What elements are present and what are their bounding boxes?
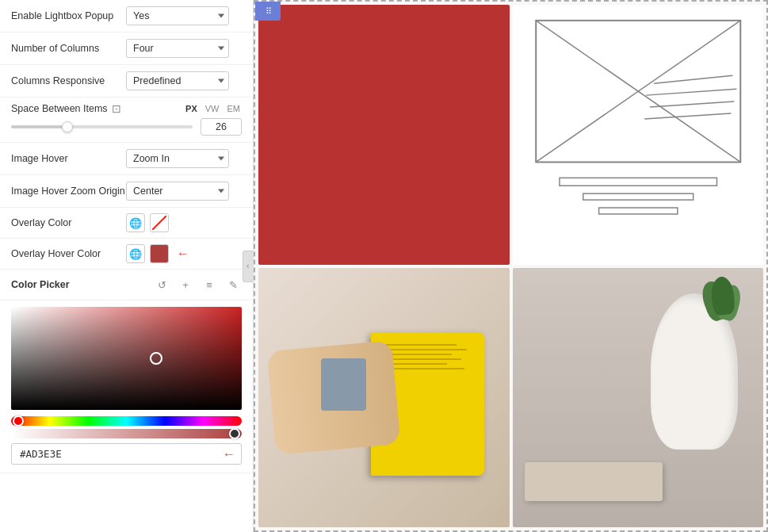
space-label: Space Between Items ⊡	[11, 102, 126, 115]
columns-responsive-row: Columns Responsive Predefined Custom	[0, 65, 253, 98]
drag-handle-icon: ⠿	[266, 6, 271, 17]
color-picker-reset-button[interactable]: ↺	[153, 276, 170, 293]
image-hover-zoom-origin-label: Image Hover Zoom Origin	[11, 186, 126, 197]
space-between-items-row: Space Between Items ⊡ PX VW EM	[0, 98, 253, 143]
settings-panel: Enable Lightbox Popup Yes No Number of C…	[0, 0, 254, 532]
space-bottom	[11, 118, 242, 136]
opacity-slider-thumb[interactable]	[229, 428, 240, 439]
hex-input-row: ←	[11, 443, 242, 465]
svg-line-6	[654, 75, 732, 83]
watch	[321, 358, 366, 411]
book-surface	[525, 462, 663, 501]
arrow-indicator-icon: ←	[177, 247, 189, 261]
columns-responsive-select-wrapper[interactable]: Predefined Custom	[126, 71, 229, 90]
overlay-hover-color-controls: 🌐 ←	[126, 244, 189, 263]
unit-tabs: PX VW EM	[184, 103, 242, 114]
slider-thumb[interactable]	[62, 121, 73, 132]
hex-color-input[interactable]	[11, 443, 242, 465]
hue-bar-wrapper	[11, 416, 242, 426]
color-gradient-picker[interactable]	[11, 307, 242, 410]
image-hover-row: Image Hover Zoom In Zoom Out None	[0, 143, 253, 175]
image-hover-label: Image Hover	[11, 153, 126, 164]
slider-track[interactable]	[11, 125, 193, 128]
enable-lightbox-label: Enable Lightbox Popup	[11, 10, 126, 21]
overlay-hover-color-label: Overlay Hover Color	[11, 248, 126, 259]
columns-count-label: Number of Columns	[11, 43, 126, 54]
svg-rect-4	[583, 193, 693, 200]
columns-count-select[interactable]: One Two Three Four Five	[126, 39, 229, 58]
color-picker-title: Color Picker	[11, 279, 147, 290]
grid-cell-person-book	[258, 268, 510, 528]
overlay-hover-color-globe-button[interactable]: 🌐	[126, 244, 145, 263]
unit-vw[interactable]: VW	[204, 103, 221, 114]
enable-lightbox-control: Yes No	[126, 6, 242, 25]
enable-lightbox-select-wrapper[interactable]: Yes No	[126, 6, 229, 25]
overlay-color-globe-button[interactable]: 🌐	[126, 213, 145, 232]
image-hover-zoom-origin-control: Center Top Left Top Right Bottom Left Bo…	[126, 182, 242, 201]
svg-rect-5	[598, 208, 677, 214]
hex-arrow-icon: ←	[223, 447, 235, 461]
unit-px[interactable]: PX	[184, 103, 199, 114]
overlay-color-label: Overlay Color	[11, 217, 126, 228]
image-hover-select[interactable]: Zoom In Zoom Out None	[126, 149, 229, 168]
opacity-slider[interactable]	[11, 429, 242, 438]
overlay-color-swatch[interactable]	[150, 213, 169, 232]
space-top: Space Between Items ⊡ PX VW EM	[11, 102, 242, 115]
panel-collapse-handle[interactable]: ‹	[243, 251, 254, 282]
space-label-text: Space Between Items	[11, 103, 108, 114]
grid-cell-plant	[513, 268, 764, 528]
gradient-selector-handle[interactable]	[150, 352, 162, 365]
columns-responsive-control: Predefined Custom	[126, 71, 242, 90]
color-picker-eyedropper-button[interactable]: ✎	[224, 276, 242, 293]
plant-leaves	[643, 281, 743, 385]
monitor-icon: ⊡	[112, 102, 121, 115]
space-slider[interactable]	[11, 125, 193, 128]
color-picker-add-button[interactable]: +	[177, 276, 194, 293]
columns-responsive-label: Columns Responsive	[11, 75, 126, 86]
enable-lightbox-row: Enable Lightbox Popup Yes No	[0, 0, 253, 33]
columns-responsive-select[interactable]: Predefined Custom	[126, 71, 229, 90]
image-hover-zoom-origin-row: Image Hover Zoom Origin Center Top Left …	[0, 175, 253, 208]
zoom-origin-select[interactable]: Center Top Left Top Right Bottom Left Bo…	[126, 182, 229, 201]
image-grid	[255, 2, 766, 530]
drag-handle[interactable]: ⠿	[255, 2, 281, 21]
columns-count-control: One Two Three Four Five	[126, 39, 242, 58]
enable-lightbox-select[interactable]: Yes No	[126, 6, 229, 25]
color-picker-section: Color Picker ↺ + ≡ ✎ ←	[0, 270, 253, 473]
svg-rect-3	[560, 178, 716, 186]
grid-cell-wireframe	[513, 5, 764, 265]
svg-line-8	[650, 101, 734, 107]
svg-line-9	[644, 113, 731, 119]
image-hover-select-wrapper[interactable]: Zoom In Zoom Out None	[126, 149, 229, 168]
overlay-hover-color-swatch[interactable]	[150, 244, 169, 263]
svg-line-7	[646, 89, 736, 95]
columns-count-row: Number of Columns One Two Three Four Fiv…	[0, 33, 253, 65]
color-picker-header: Color Picker ↺ + ≡ ✎	[0, 270, 253, 300]
hue-slider-thumb[interactable]	[13, 415, 24, 427]
image-hover-control: Zoom In Zoom Out None	[126, 149, 242, 168]
overlay-color-controls: 🌐	[126, 213, 169, 232]
hue-slider[interactable]	[11, 416, 242, 426]
wireframe-image	[513, 5, 764, 265]
overlay-hover-color-row: Overlay Hover Color 🌐 ←	[0, 239, 253, 270]
columns-count-select-wrapper[interactable]: One Two Three Four Five	[126, 39, 229, 58]
unit-em[interactable]: EM	[226, 103, 243, 114]
grid-cell-red-overlay	[258, 5, 510, 265]
zoom-origin-select-wrapper[interactable]: Center Top Left Top Right Bottom Left Bo…	[126, 182, 229, 201]
space-number-input[interactable]	[201, 118, 242, 136]
image-preview-panel: ⠿	[254, 0, 768, 532]
overlay-color-row: Overlay Color 🌐	[0, 208, 253, 239]
right-panel-inner: ⠿	[254, 0, 768, 532]
opacity-bar-wrapper	[11, 429, 242, 438]
color-picker-list-button[interactable]: ≡	[201, 276, 218, 293]
slider-fill	[11, 125, 66, 128]
